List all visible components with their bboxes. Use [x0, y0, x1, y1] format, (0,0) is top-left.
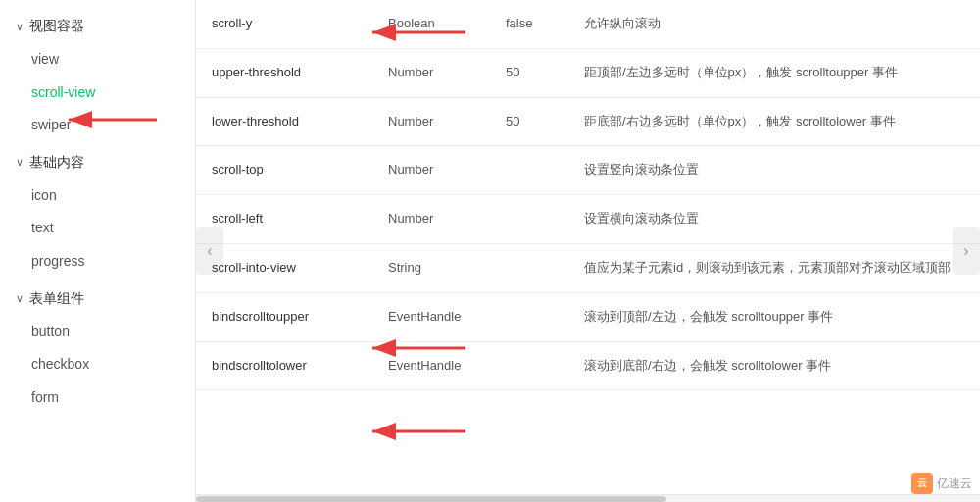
sidebar-group-title-basic-content[interactable]: ∨ 基础内容	[0, 146, 195, 179]
table-row: bindscrolltolower EventHandle 滚动到底部/右边，会…	[196, 341, 980, 390]
prop-default	[490, 292, 568, 341]
prop-type: Number	[372, 146, 490, 195]
chevron-down-icon-2: ∨	[16, 156, 24, 169]
prop-type: Number	[372, 97, 490, 146]
prop-type: EventHandle	[372, 341, 490, 390]
sidebar-item-text[interactable]: text	[0, 212, 195, 245]
sidebar-item-button[interactable]: button	[0, 316, 195, 349]
sidebar-group-basic-content: ∨ 基础内容 icon text progress	[0, 146, 195, 278]
sidebar-item-swiper[interactable]: swiper	[0, 109, 195, 142]
sidebar-item-form[interactable]: form	[0, 381, 195, 415]
prop-type: Boolean	[372, 0, 490, 48]
sidebar-group-title-form-components[interactable]: ∨ 表单组件	[0, 282, 195, 316]
sidebar-group-label-3: 表单组件	[29, 290, 84, 308]
horizontal-scrollbar[interactable]	[196, 494, 980, 502]
sidebar-item-progress[interactable]: progress	[0, 245, 195, 278]
table-row: scroll-top Number 设置竖向滚动条位置	[196, 146, 980, 195]
prop-default	[490, 341, 568, 390]
prop-desc: 滚动到顶部/左边，会触发 scrolltoupper 事件	[568, 292, 980, 341]
prop-desc: 值应为某子元素id，则滚动到该元素，元素顶部对齐滚动区域顶部	[568, 243, 980, 292]
sidebar-item-scroll-view[interactable]: scroll-view	[0, 76, 195, 110]
prop-desc: 滚动到底部/右边，会触发 scrolltolower 事件	[568, 341, 980, 390]
prop-name: upper-threshold	[196, 48, 372, 97]
prop-desc: 设置竖向滚动条位置	[568, 146, 980, 195]
watermark-text: 亿速云	[937, 476, 972, 492]
prop-name: scroll-top	[196, 146, 372, 195]
table-row: scroll-y Boolean false 允许纵向滚动	[196, 0, 980, 48]
prop-name: scroll-y	[196, 0, 372, 48]
scrollbar-thumb	[196, 496, 666, 502]
properties-table: scroll-y Boolean false 允许纵向滚动 upper-thre…	[196, 0, 980, 390]
sidebar-group-label: 视图容器	[29, 18, 84, 35]
prop-default	[490, 195, 568, 244]
sidebar-item-icon[interactable]: icon	[0, 179, 195, 213]
sidebar-group-label-2: 基础内容	[29, 154, 84, 172]
prop-default: false	[490, 0, 568, 48]
properties-table-container[interactable]: scroll-y Boolean false 允许纵向滚动 upper-thre…	[196, 0, 980, 494]
prop-type: Number	[372, 195, 490, 244]
sidebar-item-checkbox[interactable]: checkbox	[0, 348, 195, 381]
main-content-area: ‹ scroll-y Boolean false 允许纵向滚动 upper-th…	[196, 0, 980, 502]
watermark-icon: 云	[911, 473, 933, 494]
sidebar-group-form-components: ∨ 表单组件 button checkbox form	[0, 282, 195, 415]
table-row: bindscrolltoupper EventHandle 滚动到顶部/左边，会…	[196, 292, 980, 341]
prop-name: bindscrolltoupper	[196, 292, 372, 341]
prop-default: 50	[490, 97, 568, 146]
prop-type: EventHandle	[372, 292, 490, 341]
prop-type: String	[372, 243, 490, 292]
table-row: lower-threshold Number 50 距底部/右边多远时（单位px…	[196, 97, 980, 146]
chevron-down-icon: ∨	[16, 21, 24, 33]
watermark: 云 亿速云	[911, 473, 972, 494]
sidebar-group-title-view-container[interactable]: ∨ 视图容器	[0, 10, 195, 43]
sidebar-item-view[interactable]: view	[0, 43, 195, 76]
prop-name: lower-threshold	[196, 97, 372, 146]
prop-name: bindscrolltolower	[196, 341, 372, 390]
prop-desc: 距底部/右边多远时（单位px），触发 scrolltolower 事件	[568, 97, 980, 146]
nav-prev-button[interactable]: ‹	[196, 227, 223, 275]
sidebar-group-view-container: ∨ 视图容器 view scroll-view swiper	[0, 10, 195, 142]
sidebar: ∨ 视图容器 view scroll-view swiper ∨ 基础内容 ic…	[0, 0, 196, 502]
prop-desc: 距顶部/左边多远时（单位px），触发 scrolltoupper 事件	[568, 48, 980, 97]
table-row: scroll-left Number 设置横向滚动条位置	[196, 195, 980, 244]
prop-desc: 允许纵向滚动	[568, 0, 980, 48]
nav-next-button[interactable]: ›	[953, 227, 980, 275]
prop-default	[490, 243, 568, 292]
prop-default	[490, 146, 568, 195]
table-row: upper-threshold Number 50 距顶部/左边多远时（单位px…	[196, 48, 980, 97]
table-row: scroll-into-view String 值应为某子元素id，则滚动到该元…	[196, 243, 980, 292]
chevron-down-icon-3: ∨	[16, 292, 24, 305]
prop-type: Number	[372, 48, 490, 97]
prop-desc: 设置横向滚动条位置	[568, 195, 980, 244]
prop-default: 50	[490, 48, 568, 97]
